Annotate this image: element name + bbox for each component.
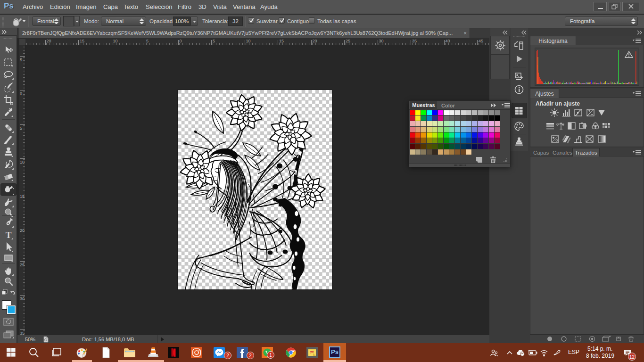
svg-text:T: T [6, 230, 12, 240]
